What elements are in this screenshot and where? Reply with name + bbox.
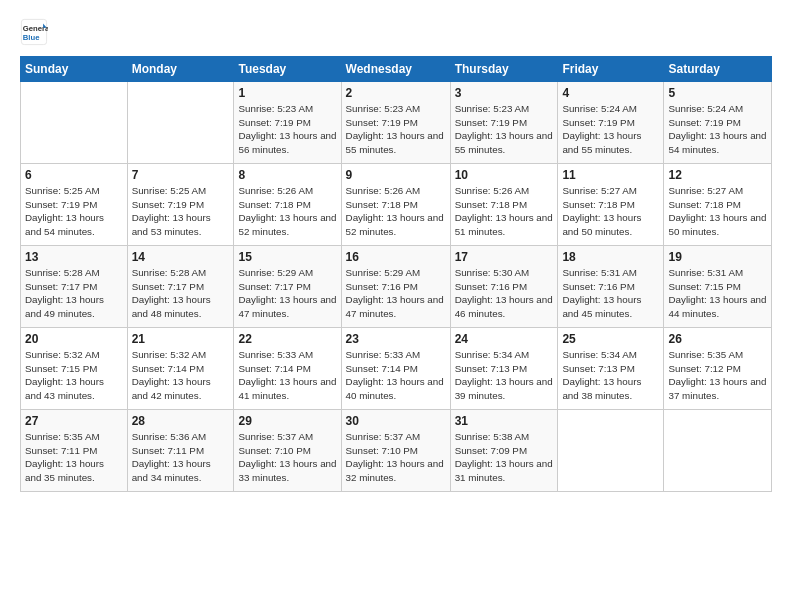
calendar-cell: 31Sunrise: 5:38 AM Sunset: 7:09 PM Dayli… xyxy=(450,410,558,492)
calendar-cell: 16Sunrise: 5:29 AM Sunset: 7:16 PM Dayli… xyxy=(341,246,450,328)
svg-text:Blue: Blue xyxy=(23,33,40,42)
day-header-tuesday: Tuesday xyxy=(234,57,341,82)
logo-icon: General Blue xyxy=(20,18,48,46)
day-info: Sunrise: 5:25 AM Sunset: 7:19 PM Dayligh… xyxy=(25,184,123,239)
day-header-monday: Monday xyxy=(127,57,234,82)
calendar-cell xyxy=(21,82,128,164)
calendar-cell xyxy=(558,410,664,492)
calendar-cell: 5Sunrise: 5:24 AM Sunset: 7:19 PM Daylig… xyxy=(664,82,772,164)
day-number: 21 xyxy=(132,332,230,346)
calendar-cell: 10Sunrise: 5:26 AM Sunset: 7:18 PM Dayli… xyxy=(450,164,558,246)
day-number: 13 xyxy=(25,250,123,264)
day-info: Sunrise: 5:32 AM Sunset: 7:14 PM Dayligh… xyxy=(132,348,230,403)
calendar-cell: 30Sunrise: 5:37 AM Sunset: 7:10 PM Dayli… xyxy=(341,410,450,492)
day-number: 25 xyxy=(562,332,659,346)
day-number: 14 xyxy=(132,250,230,264)
day-number: 2 xyxy=(346,86,446,100)
day-info: Sunrise: 5:29 AM Sunset: 7:16 PM Dayligh… xyxy=(346,266,446,321)
day-info: Sunrise: 5:33 AM Sunset: 7:14 PM Dayligh… xyxy=(346,348,446,403)
calendar-cell: 21Sunrise: 5:32 AM Sunset: 7:14 PM Dayli… xyxy=(127,328,234,410)
day-number: 30 xyxy=(346,414,446,428)
calendar-cell: 29Sunrise: 5:37 AM Sunset: 7:10 PM Dayli… xyxy=(234,410,341,492)
calendar-cell: 27Sunrise: 5:35 AM Sunset: 7:11 PM Dayli… xyxy=(21,410,128,492)
day-number: 5 xyxy=(668,86,767,100)
day-info: Sunrise: 5:26 AM Sunset: 7:18 PM Dayligh… xyxy=(346,184,446,239)
calendar-cell: 18Sunrise: 5:31 AM Sunset: 7:16 PM Dayli… xyxy=(558,246,664,328)
day-info: Sunrise: 5:28 AM Sunset: 7:17 PM Dayligh… xyxy=(25,266,123,321)
calendar-cell xyxy=(664,410,772,492)
day-info: Sunrise: 5:25 AM Sunset: 7:19 PM Dayligh… xyxy=(132,184,230,239)
calendar-cell: 9Sunrise: 5:26 AM Sunset: 7:18 PM Daylig… xyxy=(341,164,450,246)
day-info: Sunrise: 5:30 AM Sunset: 7:16 PM Dayligh… xyxy=(455,266,554,321)
day-info: Sunrise: 5:24 AM Sunset: 7:19 PM Dayligh… xyxy=(562,102,659,157)
day-number: 27 xyxy=(25,414,123,428)
calendar-cell: 23Sunrise: 5:33 AM Sunset: 7:14 PM Dayli… xyxy=(341,328,450,410)
day-info: Sunrise: 5:29 AM Sunset: 7:17 PM Dayligh… xyxy=(238,266,336,321)
day-info: Sunrise: 5:31 AM Sunset: 7:16 PM Dayligh… xyxy=(562,266,659,321)
day-number: 17 xyxy=(455,250,554,264)
calendar-week-2: 6Sunrise: 5:25 AM Sunset: 7:19 PM Daylig… xyxy=(21,164,772,246)
calendar-week-4: 20Sunrise: 5:32 AM Sunset: 7:15 PM Dayli… xyxy=(21,328,772,410)
calendar-cell: 7Sunrise: 5:25 AM Sunset: 7:19 PM Daylig… xyxy=(127,164,234,246)
day-header-sunday: Sunday xyxy=(21,57,128,82)
day-info: Sunrise: 5:35 AM Sunset: 7:12 PM Dayligh… xyxy=(668,348,767,403)
day-number: 1 xyxy=(238,86,336,100)
calendar-cell: 13Sunrise: 5:28 AM Sunset: 7:17 PM Dayli… xyxy=(21,246,128,328)
calendar-cell: 12Sunrise: 5:27 AM Sunset: 7:18 PM Dayli… xyxy=(664,164,772,246)
day-info: Sunrise: 5:33 AM Sunset: 7:14 PM Dayligh… xyxy=(238,348,336,403)
day-number: 15 xyxy=(238,250,336,264)
day-number: 22 xyxy=(238,332,336,346)
day-number: 6 xyxy=(25,168,123,182)
day-number: 19 xyxy=(668,250,767,264)
day-header-saturday: Saturday xyxy=(664,57,772,82)
calendar-cell: 20Sunrise: 5:32 AM Sunset: 7:15 PM Dayli… xyxy=(21,328,128,410)
logo: General Blue xyxy=(20,18,52,46)
calendar-cell: 1Sunrise: 5:23 AM Sunset: 7:19 PM Daylig… xyxy=(234,82,341,164)
calendar-cell: 11Sunrise: 5:27 AM Sunset: 7:18 PM Dayli… xyxy=(558,164,664,246)
page: General Blue SundayMondayTuesdayWednesda… xyxy=(0,0,792,612)
day-info: Sunrise: 5:36 AM Sunset: 7:11 PM Dayligh… xyxy=(132,430,230,485)
day-number: 20 xyxy=(25,332,123,346)
header: General Blue xyxy=(20,18,772,46)
day-info: Sunrise: 5:32 AM Sunset: 7:15 PM Dayligh… xyxy=(25,348,123,403)
calendar: SundayMondayTuesdayWednesdayThursdayFrid… xyxy=(20,56,772,492)
calendar-cell: 14Sunrise: 5:28 AM Sunset: 7:17 PM Dayli… xyxy=(127,246,234,328)
day-header-friday: Friday xyxy=(558,57,664,82)
day-info: Sunrise: 5:35 AM Sunset: 7:11 PM Dayligh… xyxy=(25,430,123,485)
day-number: 10 xyxy=(455,168,554,182)
calendar-week-1: 1Sunrise: 5:23 AM Sunset: 7:19 PM Daylig… xyxy=(21,82,772,164)
calendar-cell xyxy=(127,82,234,164)
day-number: 23 xyxy=(346,332,446,346)
calendar-cell: 26Sunrise: 5:35 AM Sunset: 7:12 PM Dayli… xyxy=(664,328,772,410)
day-info: Sunrise: 5:26 AM Sunset: 7:18 PM Dayligh… xyxy=(455,184,554,239)
day-info: Sunrise: 5:28 AM Sunset: 7:17 PM Dayligh… xyxy=(132,266,230,321)
day-number: 3 xyxy=(455,86,554,100)
day-info: Sunrise: 5:24 AM Sunset: 7:19 PM Dayligh… xyxy=(668,102,767,157)
day-header-wednesday: Wednesday xyxy=(341,57,450,82)
day-number: 28 xyxy=(132,414,230,428)
calendar-cell: 24Sunrise: 5:34 AM Sunset: 7:13 PM Dayli… xyxy=(450,328,558,410)
day-number: 18 xyxy=(562,250,659,264)
calendar-header-row: SundayMondayTuesdayWednesdayThursdayFrid… xyxy=(21,57,772,82)
day-info: Sunrise: 5:34 AM Sunset: 7:13 PM Dayligh… xyxy=(455,348,554,403)
day-info: Sunrise: 5:23 AM Sunset: 7:19 PM Dayligh… xyxy=(238,102,336,157)
day-number: 29 xyxy=(238,414,336,428)
day-number: 26 xyxy=(668,332,767,346)
day-number: 9 xyxy=(346,168,446,182)
day-number: 12 xyxy=(668,168,767,182)
day-info: Sunrise: 5:34 AM Sunset: 7:13 PM Dayligh… xyxy=(562,348,659,403)
calendar-cell: 3Sunrise: 5:23 AM Sunset: 7:19 PM Daylig… xyxy=(450,82,558,164)
day-info: Sunrise: 5:38 AM Sunset: 7:09 PM Dayligh… xyxy=(455,430,554,485)
day-number: 7 xyxy=(132,168,230,182)
calendar-week-3: 13Sunrise: 5:28 AM Sunset: 7:17 PM Dayli… xyxy=(21,246,772,328)
day-number: 8 xyxy=(238,168,336,182)
day-number: 31 xyxy=(455,414,554,428)
calendar-cell: 4Sunrise: 5:24 AM Sunset: 7:19 PM Daylig… xyxy=(558,82,664,164)
day-number: 4 xyxy=(562,86,659,100)
calendar-cell: 6Sunrise: 5:25 AM Sunset: 7:19 PM Daylig… xyxy=(21,164,128,246)
calendar-cell: 17Sunrise: 5:30 AM Sunset: 7:16 PM Dayli… xyxy=(450,246,558,328)
calendar-cell: 22Sunrise: 5:33 AM Sunset: 7:14 PM Dayli… xyxy=(234,328,341,410)
day-number: 24 xyxy=(455,332,554,346)
day-info: Sunrise: 5:27 AM Sunset: 7:18 PM Dayligh… xyxy=(668,184,767,239)
day-number: 11 xyxy=(562,168,659,182)
